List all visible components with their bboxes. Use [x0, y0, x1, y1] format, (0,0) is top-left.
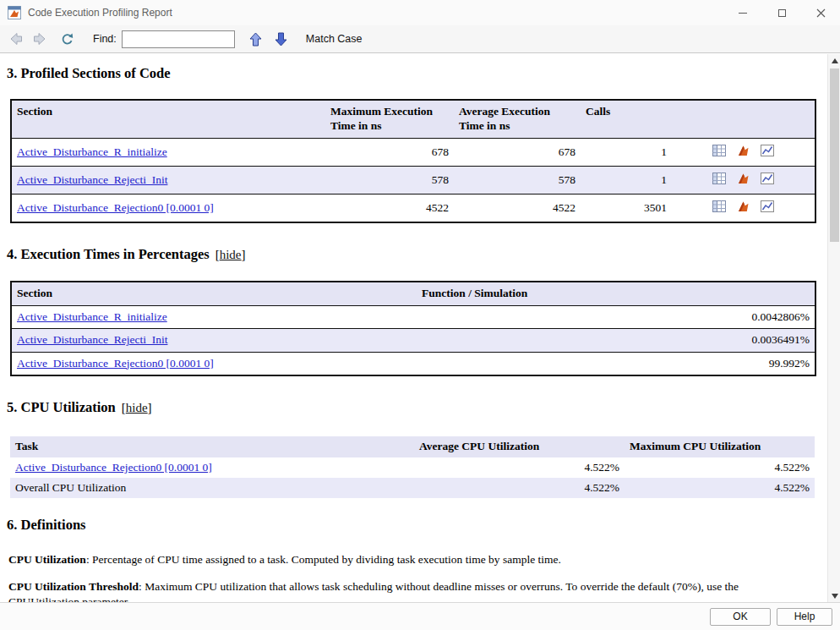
calls-value: 1	[581, 138, 672, 166]
close-button[interactable]	[801, 0, 840, 25]
vertical-scrollbar[interactable]	[827, 54, 840, 602]
calls-value: 1	[581, 166, 672, 194]
spreadsheet-icon	[712, 200, 726, 212]
match-case-toggle[interactable]: Match Case	[306, 33, 363, 45]
find-previous-arrow-icon	[249, 32, 262, 47]
scroll-up-icon	[832, 58, 838, 63]
spreadsheet-icon	[712, 173, 726, 184]
bracket: ]	[242, 248, 246, 261]
open-in-matlab-button[interactable]	[737, 145, 750, 160]
minimize-icon	[739, 13, 747, 14]
matlab-report-app-icon	[8, 6, 21, 19]
section-link[interactable]: Active_Disturbance_Rejection0 [0.0001 0]	[17, 201, 214, 214]
plot-time-button[interactable]	[761, 173, 774, 188]
col-header-calls: Calls	[581, 100, 672, 138]
max-cpu-value: 4.522%	[625, 478, 815, 498]
ok-button[interactable]: OK	[710, 608, 771, 626]
scroll-up-button[interactable]	[828, 54, 840, 67]
definition-cpu-utilization-threshold: CPU Utilization Threshold: Maximum CPU u…	[8, 579, 811, 602]
open-in-matlab-button[interactable]	[737, 173, 750, 188]
section-6-heading: 6. Definitions	[7, 517, 827, 534]
refresh-button[interactable]	[56, 28, 78, 50]
section-5-title: 5. CPU Utilization	[7, 399, 116, 415]
maximize-button[interactable]	[762, 0, 801, 25]
avg-time-value: 578	[454, 166, 581, 194]
find-toolbar: Find: Match Case	[0, 25, 840, 53]
profiled-sections-table: Section Maximum Execution Time in ns Ave…	[10, 99, 816, 223]
find-label: Find:	[93, 33, 117, 45]
percent-table-header-row: Section Function / Simulation	[11, 282, 815, 305]
section-5-heading: 5. CPU Utilization[hide]	[7, 399, 827, 416]
hide-link-cpu-utilization[interactable]: hide	[126, 401, 148, 414]
minimize-button[interactable]	[723, 0, 762, 25]
profiled-table-header-row: Section Maximum Execution Time in ns Ave…	[11, 100, 815, 138]
report-content: 3. Profiled Sections of Code Section Max…	[0, 54, 827, 602]
table-row: Active_Disturbance_Rejection0 [0.0001 0]…	[11, 194, 815, 223]
section-link[interactable]: Active_Disturbance_Rejecti_Init	[17, 333, 167, 346]
table-row: Active_Disturbance_Rejection0 [0.0001 0]…	[10, 457, 815, 478]
calls-value: 3501	[581, 194, 672, 223]
cpu-utilization-table: Task Average CPU Utilization Maximum CPU…	[10, 436, 815, 498]
max-time-value: 4522	[325, 194, 454, 223]
section-link[interactable]: Active_Disturbance_Rejecti_Init	[17, 173, 167, 186]
definition-term: CPU Utilization Threshold	[8, 580, 139, 593]
line-chart-icon	[761, 200, 774, 212]
execution-percentages-table: Section Function / Simulation Active_Dis…	[10, 281, 816, 375]
max-time-value: 578	[325, 166, 454, 194]
col-header-section: Section	[11, 282, 417, 305]
avg-cpu-value: 4.522%	[414, 478, 625, 498]
profile-details-button[interactable]	[712, 200, 726, 216]
profile-details-button[interactable]	[712, 173, 726, 188]
section-link[interactable]: Active_Disturbance_R_initialize	[17, 310, 167, 323]
find-input[interactable]	[122, 30, 235, 48]
table-row: Overall CPU Utilization 4.522% 4.522%	[10, 478, 815, 498]
table-row: Active_Disturbance_Rejection0 [0.0001 0]…	[11, 352, 815, 375]
profile-details-button[interactable]	[712, 145, 726, 160]
scrollbar-thumb[interactable]	[830, 68, 839, 242]
task-label: Overall CPU Utilization	[10, 478, 414, 498]
section-link[interactable]: Active_Disturbance_R_initialize	[17, 145, 167, 158]
window-title: Code Execution Profiling Report	[28, 7, 172, 19]
line-chart-icon	[761, 145, 774, 156]
forward-arrow-icon	[32, 31, 47, 47]
avg-time-value: 4522	[454, 194, 581, 223]
find-previous-button[interactable]	[245, 28, 267, 50]
cpu-table-header-row: Task Average CPU Utilization Maximum CPU…	[10, 436, 815, 457]
open-in-matlab-button[interactable]	[737, 200, 750, 216]
matlab-logo-icon	[737, 145, 750, 156]
back-button[interactable]	[5, 28, 27, 50]
table-row: Active_Disturbance_Rejecti_Init 0.003649…	[11, 329, 815, 352]
scroll-down-button[interactable]	[828, 589, 840, 602]
percent-value: 0.0042806%	[417, 306, 815, 329]
percent-value: 99.992%	[417, 352, 815, 375]
plot-time-button[interactable]	[761, 200, 774, 216]
col-header-avg-time: Average Execution Time in ns	[454, 100, 581, 138]
definition-term: CPU Utilization	[8, 553, 86, 566]
definition-cpu-utilization: CPU Utilization: Percentage of CPU time …	[8, 552, 811, 567]
section-4-heading: 4. Execution Times in Percentages[hide]	[7, 246, 827, 263]
definition-text: : Percentage of CPU time assigned to a t…	[86, 553, 561, 566]
close-icon	[816, 8, 826, 18]
max-time-value: 678	[325, 138, 454, 166]
col-header-max-time: Maximum Execution Time in ns	[325, 100, 454, 138]
find-next-arrow-icon	[275, 32, 287, 47]
table-row: Active_Disturbance_Rejecti_Init 578 578 …	[11, 166, 815, 194]
footer-bar: OK Help	[0, 602, 840, 630]
hide-link-execution-times[interactable]: hide	[220, 248, 242, 261]
section-3-heading: 3. Profiled Sections of Code	[7, 65, 827, 82]
maximize-icon	[778, 9, 786, 17]
find-next-button[interactable]	[270, 28, 292, 50]
col-header-section: Section	[11, 100, 325, 138]
matlab-logo-icon	[737, 173, 750, 184]
max-cpu-value: 4.522%	[625, 457, 815, 478]
plot-time-button[interactable]	[761, 145, 774, 160]
forward-button[interactable]	[29, 28, 51, 50]
section-link[interactable]: Active_Disturbance_Rejection0 [0.0001 0]	[17, 357, 214, 370]
table-row: Active_Disturbance_R_initialize 678 678 …	[11, 138, 815, 166]
matlab-logo-icon	[737, 200, 750, 212]
avg-time-value: 678	[454, 138, 581, 166]
task-link[interactable]: Active_Disturbance_Rejection0 [0.0001 0]	[15, 461, 212, 474]
col-header-actions	[672, 100, 815, 138]
window-controls	[723, 0, 840, 25]
help-button[interactable]: Help	[777, 608, 832, 626]
